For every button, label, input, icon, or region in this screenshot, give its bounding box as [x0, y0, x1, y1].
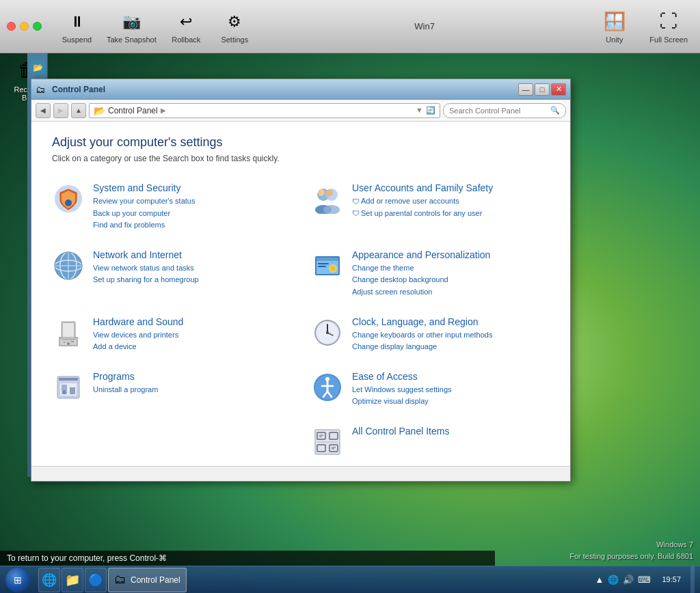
hardware-link[interactable]: Hardware and Sound	[93, 316, 183, 327]
taskbar-icon-ie2[interactable]: 🔵	[85, 568, 107, 592]
address-field[interactable]: 📂 Control Panel ▶ ▼ 🔄	[89, 103, 440, 118]
hardware-text: Hardware and Sound View devices and prin…	[93, 316, 183, 353]
programs-icon	[52, 371, 85, 404]
programs-link[interactable]: Programs	[93, 371, 158, 382]
ease-of-access-link-1[interactable]: Let Windows suggest settings	[352, 384, 452, 396]
settings-label: Settings	[221, 36, 248, 44]
search-input[interactable]	[449, 107, 548, 115]
tray-keyboard-icon[interactable]: ⌨	[636, 573, 652, 586]
user-accounts-text: User Accounts and Family Safety 🛡 Add or…	[352, 182, 493, 219]
clock-icon	[311, 316, 344, 349]
taskbar-icon-ie[interactable]: 🌐	[38, 568, 60, 592]
clock-link[interactable]: Clock, Language, and Region	[352, 316, 492, 327]
fullscreen-vm-button[interactable]: ⛶ Full Screen	[649, 10, 688, 44]
snapshot-button[interactable]: 📷 Take Snapshot	[107, 10, 157, 44]
time-display: 19:57	[662, 575, 681, 585]
window-title-text: Control Panel	[49, 85, 517, 94]
system-security-link-1[interactable]: Review your computer's status	[93, 195, 195, 208]
window-title: Win7	[259, 21, 591, 31]
ease-of-access-link-2[interactable]: Optimize visual display	[352, 396, 452, 408]
tray-network-icon[interactable]: 🌐	[606, 573, 620, 586]
address-bar: ◀ ▶ ▲ 📂 Control Panel ▶ ▼ 🔄 🔍	[31, 100, 570, 122]
network-link-1[interactable]: View network status and tasks	[93, 262, 199, 275]
tray-speaker-icon[interactable]: 🔊	[621, 573, 635, 586]
rollback-button[interactable]: ↩ Rollback	[167, 10, 205, 44]
ease-of-access-icon	[311, 371, 344, 404]
window-close-btn[interactable]: ✕	[551, 83, 566, 96]
network-icon	[52, 249, 85, 282]
minimize-button[interactable]	[20, 22, 29, 31]
dropdown-arrow[interactable]: ▼	[416, 106, 423, 115]
svg-rect-19	[318, 263, 329, 264]
taskbar-control-panel[interactable]: 🗂 Control Panel	[108, 568, 187, 592]
refresh-button[interactable]: 🔄	[426, 106, 435, 115]
ie-icon: 🌐	[42, 573, 57, 588]
unity-button[interactable]: 🪟 Unity	[595, 10, 633, 44]
network-text: Network and Internet View network status…	[93, 249, 199, 286]
mac-toolbar: ⏸ Suspend 📷 Take Snapshot ↩ Rollback ⚙ S…	[0, 0, 700, 53]
close-button[interactable]	[7, 22, 16, 31]
user-accounts-link-1[interactable]: Add or remove user accounts	[361, 195, 459, 208]
all-items-icon	[311, 426, 344, 458]
search-box[interactable]: 🔍	[443, 103, 566, 118]
clock-link-2[interactable]: Change display language	[352, 341, 492, 353]
control-panel-taskbar-label: Control Panel	[131, 575, 180, 585]
windows-logo-icon: ⊞	[14, 575, 22, 585]
status-bar	[31, 466, 570, 481]
up-button[interactable]: ▲	[71, 103, 86, 118]
svg-rect-39	[63, 390, 66, 394]
clock-link-1[interactable]: Change keyboards or other input methods	[352, 329, 492, 342]
window-titlebar: 🗂 Control Panel — □ ✕	[31, 79, 570, 100]
bottom-hint: To return to your computer, press Contro…	[0, 551, 495, 566]
svg-point-42	[325, 377, 329, 381]
page-title: Adjust your computer's settings	[52, 135, 556, 150]
system-security-icon	[52, 182, 85, 215]
network-link-2[interactable]: Set up sharing for a homegroup	[93, 274, 199, 286]
taskbar-icon-folder[interactable]: 📁	[62, 568, 83, 592]
category-programs: Programs Uninstall a program	[52, 366, 297, 413]
user-accounts-icon	[311, 182, 344, 215]
back-button[interactable]: ◀	[36, 103, 51, 118]
window-minimize-btn[interactable]: —	[518, 83, 533, 96]
category-system-security: System and Security Review your computer…	[52, 177, 297, 237]
network-link[interactable]: Network and Internet	[93, 249, 199, 260]
appearance-link-2[interactable]: Change desktop background	[352, 274, 490, 286]
ease-of-access-link[interactable]: Ease of Access	[352, 371, 452, 382]
appearance-link-3[interactable]: Adjust screen resolution	[352, 286, 490, 299]
user-accounts-link[interactable]: User Accounts and Family Safety	[352, 182, 493, 193]
start-button[interactable]: ⊞	[0, 566, 36, 594]
appearance-link[interactable]: Appearance and Personalization	[352, 249, 490, 260]
win7-info: Windows 7 For testing purposes only. Bui…	[495, 536, 700, 566]
show-desktop-button[interactable]	[690, 566, 695, 594]
svg-rect-20	[318, 266, 326, 267]
shield-icon-1: 🛡	[352, 197, 360, 206]
forward-button[interactable]: ▶	[53, 103, 68, 118]
clock-display[interactable]: 19:57	[658, 575, 685, 585]
address-controls: ▼ 🔄	[416, 106, 435, 115]
fullscreen-vm-icon: ⛶	[656, 10, 681, 34]
all-items-link[interactable]: All Control Panel Items	[352, 426, 449, 437]
rollback-icon: ↩	[174, 10, 198, 34]
hardware-link-1[interactable]: View devices and printers	[93, 329, 183, 342]
svg-point-26	[64, 342, 65, 343]
programs-link-1[interactable]: Uninstall a program	[93, 384, 158, 396]
unity-icon: 🪟	[602, 10, 627, 34]
address-breadcrumb: 📂 Control Panel ▶	[94, 105, 166, 116]
window-maximize-btn[interactable]: □	[535, 83, 550, 96]
snapshot-icon: 📷	[119, 10, 144, 34]
suspend-button[interactable]: ⏸ Suspend	[58, 10, 96, 44]
ie2-icon: 🔵	[88, 573, 103, 588]
appearance-link-1[interactable]: Change the theme	[352, 262, 490, 275]
search-icon: 🔍	[550, 106, 560, 115]
system-security-link-3[interactable]: Find and fix problems	[93, 219, 195, 232]
system-security-link[interactable]: System and Security	[93, 182, 195, 193]
fullscreen-button[interactable]	[33, 22, 42, 31]
sidebar-icon-1[interactable]: 📂	[30, 60, 45, 75]
hardware-link-2[interactable]: Add a device	[93, 341, 183, 353]
taskbar-tray: ▲ 🌐 🔊 ⌨ 19:57	[591, 566, 700, 594]
unity-label: Unity	[606, 36, 623, 44]
tray-arrow-icon[interactable]: ▲	[594, 573, 606, 586]
user-accounts-link-2[interactable]: Set up parental controls for any user	[361, 208, 482, 220]
settings-button[interactable]: ⚙ Settings	[216, 10, 254, 44]
system-security-link-2[interactable]: Back up your computer	[93, 208, 195, 220]
